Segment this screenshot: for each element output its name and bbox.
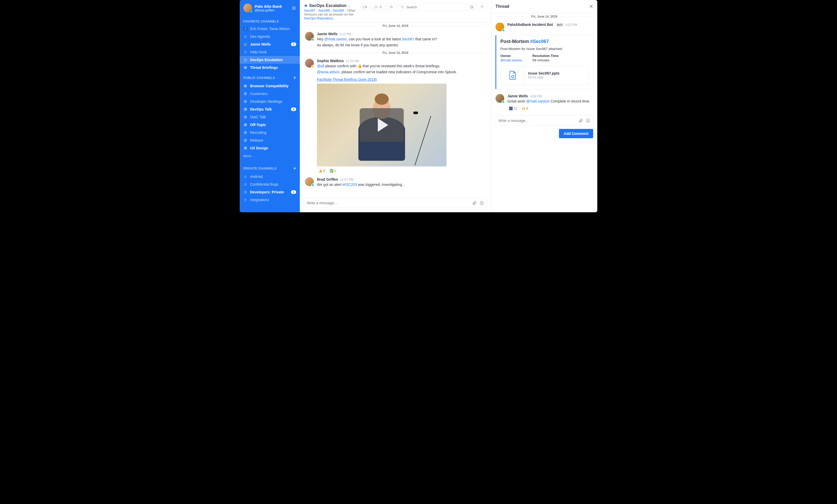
user-handle: @brad.griffen [255,8,282,12]
sidebar-item[interactable]: Dev Agenda [240,33,300,40]
message[interactable]: Sophie Watkins11:23 AM @all please confi… [300,56,491,175]
message-author: Jamie Wells [317,32,338,36]
presence-indicator [502,100,505,103]
sidebar-item-label: Browser Compatibility [250,84,289,88]
avatar[interactable] [305,32,314,41]
composer-input[interactable] [307,201,469,205]
thread-body[interactable]: Fri, June 14, 2019 PaloAltoBank Incident… [491,13,597,212]
sidebar-item[interactable]: Off-Topic [240,121,300,129]
star-icon[interactable]: ★ [304,3,308,8]
reaction[interactable]: 🎆12 [507,106,518,111]
globe-icon [244,92,247,95]
sidebar-item[interactable]: Integrations [240,196,300,204]
bot-tag: BOT [556,23,564,27]
reaction[interactable]: 🙌4 [520,106,530,111]
sidebar-header[interactable]: Palo Alto Bank @brad.griffen [240,0,300,16]
sidebar-item[interactable]: UX Design [240,144,300,152]
mention[interactable]: @matt.santos [324,37,347,41]
sidebar-item[interactable]: Android [240,173,300,181]
svg-point-32 [587,120,588,120]
section-favorites-title: FAVORITE CHANNELS [240,16,300,25]
thread-message[interactable]: Jamie Wells4:04 PM Great work @matt.sant… [491,89,597,112]
emoji-icon[interactable] [586,118,590,123]
sidebar-item[interactable]: Confidential Bugs [240,181,300,188]
mention[interactable]: @matt.santos [526,99,549,103]
message[interactable]: Brad Griffen12:57 PM We got an alert #IO… [300,175,491,189]
play-button[interactable] [360,108,404,142]
attach-icon[interactable] [472,201,477,205]
reaction[interactable]: ✅1 [328,169,338,173]
inline-link[interactable]: #IOC203 [342,183,357,187]
add-comment-button[interactable]: Add Comment [559,129,593,138]
sidebar-item[interactable]: SecOps Escalation [240,56,300,64]
topic-link-repo[interactable]: SecOps Repository [304,16,333,20]
owner-label: Owner [500,54,522,58]
bot-avatar[interactable] [496,22,504,31]
sidebar-item-label: UX Design [250,146,268,150]
message-author: PaloAltoBank Incident Bot [507,22,553,27]
close-icon[interactable]: ✕ [589,4,593,9]
sidebar-item[interactable]: Developer Meetings [240,98,300,105]
sidebar-item[interactable]: Customers [240,90,300,98]
message-composer[interactable] [304,198,487,208]
svg-point-30 [482,202,483,203]
avatar[interactable] [496,94,504,103]
sidebar-item[interactable]: Browser Compatibility [240,82,300,90]
topic-link-sec065[interactable]: Sec065 [333,8,344,13]
reactions: 👍8 ✅1 [317,169,486,173]
card-hash-link[interactable]: #Sec067 [530,39,549,44]
svg-point-27 [471,6,473,8]
attach-icon[interactable] [578,118,583,123]
file-attachment[interactable]: Issue Sec067.pptx PPTX 2MB [500,66,589,85]
thread-composer-input[interactable] [498,118,576,123]
inline-link[interactable]: Sec067 [402,37,414,41]
chevron-down-icon[interactable]: ⌄ [348,4,351,7]
sidebar-item[interactable]: Help Desk [240,48,300,56]
lock-icon [244,190,247,194]
reaction[interactable]: 👍8 [317,169,326,173]
attachment-link[interactable]: FactNote Threat Briefing (June 2019) [317,77,486,81]
sidebar-item[interactable]: Developers: Private1 [240,188,300,196]
sidebar-item[interactable]: ISAC Talk [240,113,300,121]
avatar[interactable] [305,177,314,186]
sidebar-item[interactable]: DevOps Talk4 [240,105,300,113]
more-channels[interactable]: More... [240,152,300,162]
thread-message[interactable]: PaloAltoBank Incident Bot BOT 4:02 PM [491,20,597,33]
thread-composer[interactable] [496,115,593,126]
sidebar-item[interactable]: 2Eric Foster, Tania Wilson [240,25,300,33]
sidebar-item[interactable]: Recruiting [240,129,300,136]
flag-button[interactable] [478,3,487,11]
members-button[interactable]: 23 [372,3,385,11]
sidebar-item[interactable]: Threat Briefings [240,64,300,72]
svg-rect-20 [245,192,246,193]
mention[interactable]: @tania.wilson [317,70,339,74]
message[interactable]: Jamie Wells3:12 PM Hey @matt.santos, can… [300,29,491,50]
resolution-value: 59 minutes [533,58,559,62]
sidebar-item[interactable]: Release [240,136,300,144]
topic-link-sec067[interactable]: Sec067 [304,8,315,13]
mentions-button[interactable] [467,3,476,11]
search-box[interactable] [398,3,465,11]
message-list[interactable]: Fri, June 14, 2019 Jamie Wells3:12 PM He… [300,22,491,195]
video-call-button[interactable] [361,3,370,11]
video-attachment[interactable] [317,83,446,166]
menu-icon[interactable] [291,6,296,11]
search-input[interactable] [406,5,462,9]
add-private-channel-icon[interactable]: + [293,166,296,171]
user-avatar[interactable] [243,4,252,13]
svg-point-24 [380,6,381,7]
owner-value[interactable]: @matt.santos [500,58,522,62]
sidebar-item-label: Threat Briefings [250,66,278,70]
sidebar-item[interactable]: Jamie Wells2 [240,40,300,48]
add-public-channel-icon[interactable]: + [293,75,296,80]
channel-title-row[interactable]: ★ SecOps Escalation ⌄ [304,3,358,8]
emoji-icon[interactable] [479,201,484,205]
svg-rect-19 [245,184,246,186]
unread-badge: 1 [291,190,296,194]
avatar[interactable] [305,59,314,68]
channel-name: SecOps Escalation [309,3,346,8]
topic-link-sec066[interactable]: Sec066 [319,8,330,13]
svg-point-31 [586,119,590,123]
pin-button[interactable] [387,3,396,11]
mention-all[interactable]: @all [317,64,324,68]
